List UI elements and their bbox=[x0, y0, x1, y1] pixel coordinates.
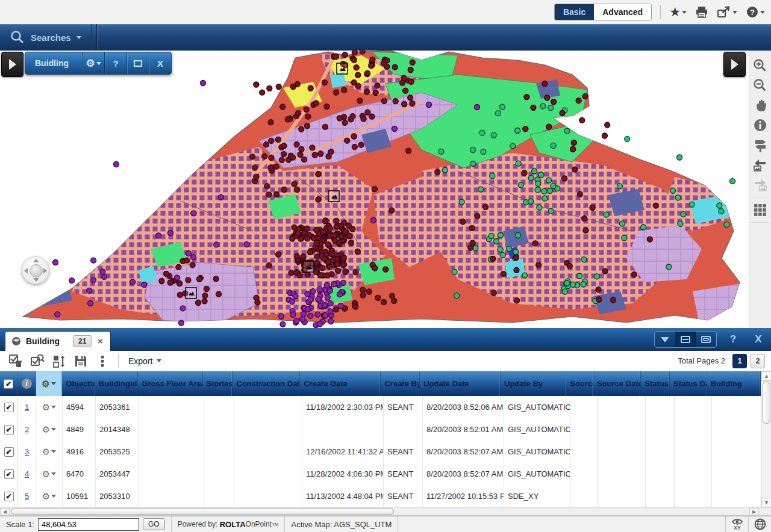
column-header-update_date[interactable]: Update Date bbox=[420, 371, 501, 396]
column-header-gross_floor_area[interactable]: Gross Floor Area bbox=[138, 371, 202, 396]
row-select-checkbox[interactable]: ✔ bbox=[0, 441, 18, 463]
grid-view-button[interactable] bbox=[751, 200, 769, 220]
save-button[interactable] bbox=[70, 353, 92, 370]
results-close-button[interactable]: X bbox=[749, 333, 767, 345]
cell-source_date bbox=[598, 485, 646, 507]
pan-down-arrow-icon[interactable] bbox=[33, 278, 39, 282]
scale-input[interactable] bbox=[38, 518, 139, 531]
pan-right-arrow-icon[interactable] bbox=[43, 268, 47, 274]
chevron-down-icon bbox=[96, 62, 101, 65]
row-number-cell: 3 bbox=[18, 441, 36, 463]
favorites-button[interactable]: ★ bbox=[669, 5, 687, 19]
cell-building bbox=[712, 441, 766, 463]
clear-selection-button[interactable] bbox=[5, 353, 27, 370]
help-button[interactable]: ? bbox=[746, 5, 765, 19]
vertical-scrollbar[interactable]: ▲ ▼ bbox=[761, 371, 771, 507]
share-button[interactable] bbox=[717, 5, 737, 19]
pan-up-arrow-icon[interactable] bbox=[33, 259, 39, 262]
scroll-up-button[interactable]: ▲ bbox=[761, 371, 771, 381]
column-header-source[interactable]: Source bbox=[566, 371, 593, 396]
globe-button[interactable] bbox=[748, 516, 771, 532]
more-options-button[interactable] bbox=[92, 353, 113, 370]
column-header-building[interactable]: Building bbox=[707, 371, 761, 396]
zoom-to-selection-button[interactable] bbox=[27, 353, 48, 370]
horizontal-scrollbar[interactable]: ◀ ▶ bbox=[0, 507, 771, 516]
row-select-checkbox[interactable]: ✔ bbox=[0, 418, 18, 441]
export-dropdown[interactable]: Export bbox=[123, 356, 166, 366]
column-header-stories[interactable]: Stories bbox=[203, 371, 233, 396]
pan-button[interactable] bbox=[751, 95, 769, 115]
row-gear-menu[interactable]: ⚙ bbox=[42, 491, 56, 502]
building-search-panel-title[interactable]: Buidling bbox=[25, 52, 82, 74]
cell-buildingid: 2053361 bbox=[96, 396, 139, 418]
row-select-checkbox[interactable]: ✔ bbox=[0, 396, 18, 418]
row-gear-menu[interactable]: ⚙ bbox=[42, 469, 56, 480]
panel-close-button[interactable]: X bbox=[149, 52, 171, 74]
column-header-source_date[interactable]: Source Date bbox=[593, 371, 641, 396]
results-dropdown-button[interactable] bbox=[655, 332, 675, 347]
scroll-right-button[interactable]: ▶ bbox=[749, 508, 759, 515]
zoom-out-button[interactable] bbox=[751, 75, 769, 95]
row-number-link[interactable]: 3 bbox=[25, 447, 29, 456]
pan-left-arrow-icon[interactable] bbox=[24, 268, 28, 274]
row-gear-menu[interactable]: ⚙ bbox=[42, 402, 56, 413]
directions-button[interactable] bbox=[751, 135, 769, 155]
results-maximize-view-button[interactable] bbox=[696, 332, 716, 347]
print-button[interactable] bbox=[695, 5, 708, 19]
column-header-create_by[interactable]: Create By bbox=[381, 371, 420, 396]
map-canvas[interactable] bbox=[0, 51, 749, 328]
advanced-mode-button[interactable]: Advanced bbox=[594, 4, 651, 20]
scroll-left-button[interactable]: ◀ bbox=[0, 508, 10, 515]
panel-maximize-button[interactable] bbox=[126, 52, 149, 74]
collapse-left-panel-button[interactable] bbox=[1, 52, 23, 77]
row-select-checkbox[interactable]: ✔ bbox=[0, 485, 18, 507]
row-number-link[interactable]: 2 bbox=[25, 425, 29, 434]
next-extent-button[interactable] bbox=[751, 175, 769, 194]
cell-create_date: 11/28/2002 4:06:30 PM bbox=[302, 463, 384, 485]
previous-extent-button[interactable] bbox=[751, 155, 769, 175]
panel-settings-button[interactable]: ⚙ bbox=[82, 52, 104, 74]
pan-center-globe-icon[interactable] bbox=[30, 264, 43, 277]
basic-mode-button[interactable]: Basic bbox=[555, 4, 594, 20]
row-number-link[interactable]: 4 bbox=[25, 469, 29, 478]
chevron-down-icon bbox=[76, 36, 81, 39]
column-header-objectid[interactable]: Objectid bbox=[62, 371, 95, 396]
zoom-in-button[interactable] bbox=[751, 55, 769, 75]
building-results-tab[interactable]: Building 21 × bbox=[5, 331, 111, 351]
go-button[interactable]: GO bbox=[143, 518, 165, 530]
page-button-1[interactable]: 1 bbox=[732, 354, 747, 368]
row-gear-menu[interactable]: ⚙ bbox=[42, 447, 56, 457]
row-number-cell: 5 bbox=[18, 485, 36, 507]
gear-column-header[interactable]: ⚙ bbox=[36, 371, 63, 396]
column-header-status_date[interactable]: Status Date bbox=[670, 371, 707, 396]
results-help-button[interactable]: ? bbox=[724, 333, 742, 345]
map-area: Buidling ⚙ ? X bbox=[0, 51, 771, 328]
column-header-construction_date[interactable]: Construction Date bbox=[233, 371, 300, 396]
map-pan-control[interactable] bbox=[22, 256, 49, 284]
select-all-checkbox[interactable]: ✔ bbox=[0, 371, 18, 396]
column-header-update_by[interactable]: Update By bbox=[501, 371, 566, 396]
column-header-buildingid[interactable]: Buildingid bbox=[95, 371, 139, 396]
tab-close-icon[interactable]: × bbox=[96, 336, 104, 346]
row-gear-menu[interactable]: ⚙ bbox=[42, 424, 56, 435]
scroll-down-button[interactable]: ▼ bbox=[761, 498, 771, 507]
column-header-status[interactable]: Status bbox=[641, 371, 670, 396]
cell-construction_date bbox=[234, 396, 302, 418]
resize-rows-button[interactable] bbox=[48, 353, 70, 370]
column-header-create_date[interactable]: Create Date bbox=[300, 371, 381, 396]
results-split-view-button[interactable] bbox=[675, 332, 696, 347]
scale-control: Scale 1: GO bbox=[0, 516, 172, 532]
vertical-scroll-thumb[interactable] bbox=[763, 382, 770, 424]
identify-button[interactable] bbox=[751, 115, 769, 135]
row-number-link[interactable]: 1 bbox=[25, 403, 29, 412]
cell-update_by: GIS_AUTOMATION bbox=[504, 441, 570, 463]
row-number-link[interactable]: 5 bbox=[25, 492, 29, 501]
row-select-checkbox[interactable]: ✔ bbox=[0, 463, 18, 485]
xy-coordinates-button[interactable]: XY bbox=[725, 516, 748, 532]
searches-menu[interactable]: Searches bbox=[0, 24, 91, 51]
cell-objectid: 6470 bbox=[63, 463, 96, 485]
page-button-2[interactable]: 2 bbox=[751, 354, 765, 368]
horizontal-scroll-thumb[interactable] bbox=[11, 509, 394, 515]
panel-help-button[interactable]: ? bbox=[104, 52, 126, 74]
collapse-right-panel-button[interactable] bbox=[723, 52, 746, 77]
